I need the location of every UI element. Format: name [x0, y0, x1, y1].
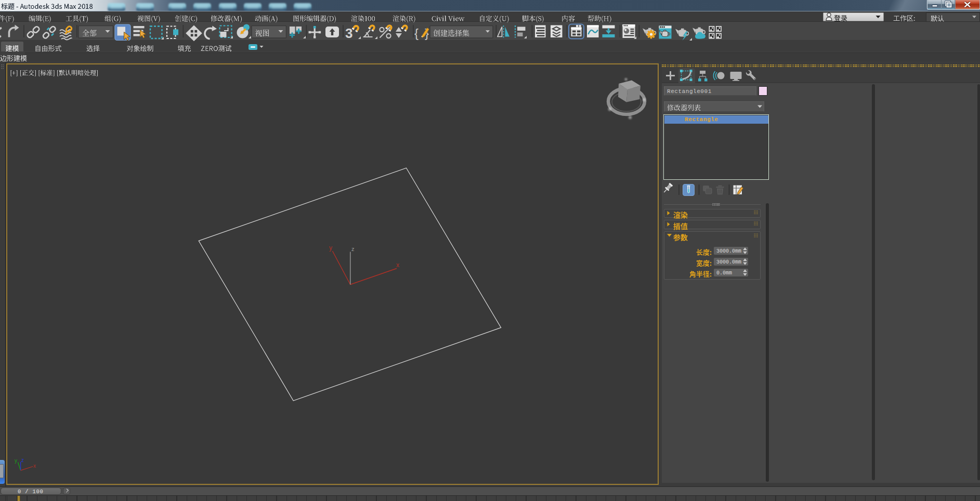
svg-text:x: x	[33, 463, 36, 469]
svg-text:z: z	[351, 246, 355, 252]
svg-text:3: 3	[345, 25, 352, 41]
svg-text:y: y	[15, 458, 17, 464]
svg-text:y: y	[329, 244, 332, 252]
svg-text:{: {	[414, 26, 419, 40]
svg-text:x: x	[396, 261, 399, 269]
svg-text:z: z	[21, 457, 24, 463]
